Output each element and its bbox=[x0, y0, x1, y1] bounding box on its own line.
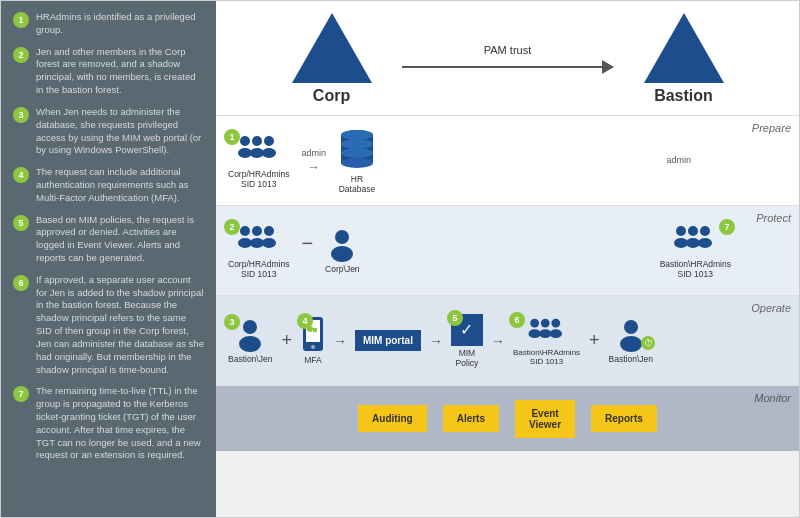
db-icon-prepare bbox=[338, 128, 376, 172]
operate-content: 3 Bastion\Jen + 4 bbox=[228, 314, 787, 368]
step-item: 5 Based on MIM policies, the request is … bbox=[13, 214, 204, 265]
step6-badge: 6 bbox=[509, 312, 525, 328]
step-text: Based on MIM policies, the request is ap… bbox=[36, 214, 204, 265]
right-arrow1: → bbox=[308, 160, 320, 174]
clock-icon: ⏱ bbox=[644, 338, 653, 348]
monitor-btn-event-viewer[interactable]: EventViewer bbox=[515, 400, 575, 438]
svg-point-27 bbox=[239, 336, 261, 352]
arrow-head bbox=[602, 60, 614, 74]
step-text: Jen and other members in the Corp forest… bbox=[36, 46, 204, 97]
step-item: 1 HRAdmins is identified as a privileged… bbox=[13, 11, 204, 37]
svg-point-11 bbox=[341, 148, 373, 158]
admin-arrow1: admin → bbox=[301, 148, 326, 174]
monitor-label: Monitor bbox=[754, 392, 791, 404]
step4-badge: 4 bbox=[297, 313, 313, 329]
right-panel: Corp PAM trust Bastion Prepare bbox=[216, 1, 799, 517]
admin-right-area: admin bbox=[382, 155, 787, 167]
corp-hradmins-label: Corp/HRAdminsSID 1013 bbox=[228, 169, 289, 189]
svg-point-1 bbox=[238, 148, 252, 158]
prepare-section: Prepare 1 bbox=[216, 116, 799, 206]
svg-point-9 bbox=[341, 130, 373, 140]
step-number: 2 bbox=[13, 47, 29, 63]
group-icon-prepare bbox=[235, 133, 283, 167]
step2-badge: 2 bbox=[224, 219, 240, 235]
svg-point-35 bbox=[530, 318, 539, 327]
clock-badge: ⏱ bbox=[641, 336, 655, 350]
hr-database: HRDatabase bbox=[338, 128, 376, 194]
monitor-btn-reports[interactable]: Reports bbox=[591, 405, 657, 432]
bastion-jen-op: 3 Bastion\Jen bbox=[228, 318, 272, 364]
svg-rect-32 bbox=[312, 328, 317, 330]
step-number: 6 bbox=[13, 275, 29, 291]
admin-arrow2: admin bbox=[666, 155, 691, 167]
step-number: 4 bbox=[13, 167, 29, 183]
mim-portal-box: MIM portal bbox=[355, 330, 421, 351]
step-text: When Jen needs to administer the databas… bbox=[36, 106, 204, 157]
group-icon-op bbox=[523, 316, 571, 346]
prepare-content: 1 Corp/HRAdminsSID 1013 bbox=[228, 128, 787, 194]
main-container: 1 HRAdmins is identified as a privileged… bbox=[0, 0, 800, 518]
minus-sign: − bbox=[301, 232, 313, 255]
step-item: 7 The remaining time-to-live (TTL) in th… bbox=[13, 385, 204, 462]
step-item: 2 Jen and other members in the Corp fore… bbox=[13, 46, 204, 97]
person-icon-op1 bbox=[236, 318, 264, 352]
monitor-btn-alerts[interactable]: Alerts bbox=[443, 405, 499, 432]
step3-badge: 3 bbox=[224, 314, 240, 330]
person-icon-protect bbox=[328, 228, 356, 262]
step-number: 1 bbox=[13, 12, 29, 28]
plus1: + bbox=[281, 330, 292, 351]
top-section: Corp PAM trust Bastion bbox=[216, 1, 799, 116]
svg-point-19 bbox=[331, 246, 353, 262]
svg-point-25 bbox=[698, 238, 712, 248]
svg-point-3 bbox=[250, 148, 264, 158]
svg-point-39 bbox=[551, 318, 560, 327]
mim-policy: 5 ✓ MIMPolicy bbox=[451, 314, 483, 368]
svg-point-13 bbox=[238, 238, 252, 248]
bastion-jen-op2: ⏱ Bastion\Jen bbox=[609, 318, 653, 364]
svg-point-16 bbox=[264, 226, 274, 236]
svg-point-4 bbox=[264, 136, 274, 146]
group-icon-protect bbox=[235, 223, 283, 257]
mfa-item: 4 MFA bbox=[301, 317, 325, 365]
corp-hradmins-protect-label: Corp/HRAdminsSID 1013 bbox=[228, 259, 289, 279]
pam-trust-label: PAM trust bbox=[484, 44, 531, 56]
hr-database-label: HRDatabase bbox=[339, 174, 375, 194]
svg-point-8 bbox=[341, 158, 373, 168]
svg-rect-33 bbox=[315, 330, 317, 332]
step1-badge: 1 bbox=[224, 129, 240, 145]
monitor-buttons[interactable]: AuditingAlertsEventViewerReports bbox=[358, 400, 657, 438]
bastion-hradmins: 7 Bastion\HRAdminsSID 1013 bbox=[660, 223, 731, 279]
svg-point-26 bbox=[243, 320, 257, 334]
svg-point-37 bbox=[540, 318, 549, 327]
step-number: 5 bbox=[13, 215, 29, 231]
bastion-label: Bastion bbox=[654, 87, 713, 105]
svg-point-5 bbox=[262, 148, 276, 158]
corp-jen: Corp\Jen bbox=[325, 228, 360, 274]
admin-text2: admin bbox=[666, 155, 691, 165]
group-icon-bastion bbox=[671, 223, 719, 257]
protect-content: 2 Corp/HRAdminsSID 1013 − bbox=[228, 223, 787, 279]
svg-point-41 bbox=[624, 320, 638, 334]
arrow-to-group: → bbox=[491, 333, 505, 349]
mim-portal-label: MIM portal bbox=[363, 335, 413, 346]
svg-point-30 bbox=[311, 345, 315, 349]
svg-point-22 bbox=[688, 226, 698, 236]
monitor-section: Monitor AuditingAlertsEventViewerReports bbox=[216, 386, 799, 451]
corp-hradmins-group: 1 Corp/HRAdminsSID 1013 bbox=[228, 133, 289, 189]
bastion-triangle: Bastion bbox=[644, 13, 724, 105]
plus2: + bbox=[589, 330, 600, 351]
operate-label: Operate bbox=[751, 302, 791, 314]
corp-triangle: Corp bbox=[292, 13, 372, 105]
sections-wrapper: Prepare 1 bbox=[216, 116, 799, 517]
step-item: 3 When Jen needs to administer the datab… bbox=[13, 106, 204, 157]
step-number: 7 bbox=[13, 386, 29, 402]
svg-rect-34 bbox=[313, 330, 315, 332]
arrow-to-mim: → bbox=[333, 333, 347, 349]
svg-point-21 bbox=[674, 238, 688, 248]
monitor-btn-auditing[interactable]: Auditing bbox=[358, 405, 427, 432]
svg-point-2 bbox=[252, 136, 262, 146]
step-number: 3 bbox=[13, 107, 29, 123]
bastion-triangle-shape bbox=[644, 13, 724, 83]
prepare-label: Prepare bbox=[752, 122, 791, 134]
bastion-hradmins-label: Bastion\HRAdminsSID 1013 bbox=[660, 259, 731, 279]
